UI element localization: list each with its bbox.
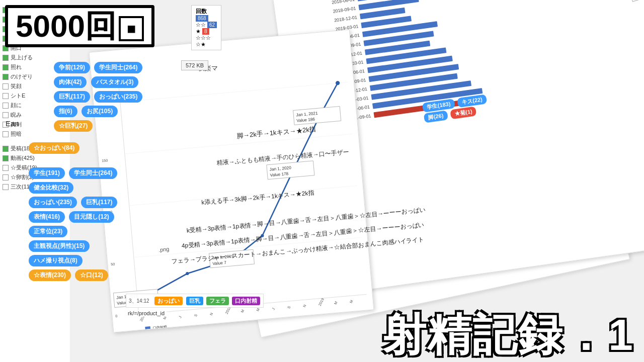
svg-text:0: 0: [115, 314, 118, 318]
btag-巨乳[interactable]: 巨乳: [186, 297, 203, 305]
btag-おっぱい[interactable]: おっぱい: [154, 297, 183, 305]
btag-フェラ[interactable]: フェラ: [206, 297, 229, 305]
checkbox-のけぞり[interactable]: [3, 74, 9, 80]
tag-バスタオル[interactable]: バスタオル(3): [91, 76, 139, 88]
checkbox-顔に[interactable]: [3, 103, 9, 109]
tag-争前[interactable]: 争前(129): [54, 62, 90, 73]
svg-text:S: S: [286, 305, 291, 309]
png-label: .png: [158, 246, 170, 253]
checkbox-笑顔[interactable]: [3, 83, 9, 89]
tag-巨乳1[interactable]: 巨乳(117): [54, 91, 90, 103]
tag-主観視点[interactable]: 主観視点(男性)(15): [29, 240, 90, 252]
url-bar[interactable]: rk/=/product_id: [126, 310, 167, 317]
svg-text:M: M: [349, 299, 354, 304]
tag-目元隠し[interactable]: 目元隠し(12): [69, 211, 114, 223]
tag-指[interactable]: 指(6): [54, 106, 77, 117]
checkbox-照れ[interactable]: [3, 64, 9, 70]
count-row: 回数: [196, 8, 217, 15]
tag-正常位[interactable]: 正常位(23): [29, 226, 67, 237]
checkbox-見上げる[interactable]: [3, 55, 9, 61]
tags-area-mid: ☆おっぱい(84): [28, 141, 179, 155]
tag-肉体[interactable]: 肉体(42): [54, 76, 87, 88]
svg-rect-43: [145, 326, 150, 330]
ean-text: Ean: [6, 119, 19, 128]
svg-text:S: S: [193, 313, 198, 317]
tag-ハメ撮り[interactable]: ハメ撮り視点(8): [29, 255, 83, 266]
svg-text:M: M: [240, 309, 246, 313]
svg-text:N: N: [209, 312, 214, 316]
checkbox-照暗[interactable]: [3, 131, 9, 137]
tag-学生同士1[interactable]: 学生同士(264): [94, 62, 142, 73]
tag-おっぱい2[interactable]: おっぱい(235): [29, 197, 77, 208]
title-box-icon: ■: [119, 16, 144, 41]
file-size-text: 572 KB: [186, 62, 204, 68]
title-5000: 5000回■: [5, 5, 154, 47]
checkbox-シトE[interactable]: [3, 93, 9, 99]
tags-area-mid2: 学生(191) 学生同士(264) 健全比較(32) おっぱい(235) 巨乳(…: [28, 166, 179, 283]
svg-text:J: J: [271, 307, 276, 311]
count-starstar: ☆★: [196, 41, 217, 48]
count-868: 868: [196, 15, 217, 22]
tag-表情-star[interactable]: ☆表情(230): [29, 269, 71, 281]
tags-area-top: 争前(129) 学生同士(264) 肉体(42) バスタオル(3) 巨乳(117…: [53, 60, 204, 133]
tag-表情[interactable]: 表情(416): [29, 211, 65, 223]
tag-健全比較[interactable]: 健全比較(32): [29, 182, 73, 194]
btag-口内射精[interactable]: 口内射精: [232, 297, 260, 305]
datetime-text: 3、14:12: [129, 298, 149, 304]
checkbox-動画[interactable]: [3, 155, 9, 161]
checkbox-受稿[interactable]: [3, 146, 9, 152]
tag-学生同士2[interactable]: 学生同士(264): [69, 167, 117, 179]
main-title: 射精記録．1: [382, 313, 634, 357]
tag-口-star[interactable]: ☆口(12): [75, 269, 108, 281]
file-size-box: 572 KB: [181, 60, 208, 70]
tag-学生1[interactable]: 学生(191): [29, 167, 65, 179]
svg-text:150: 150: [102, 158, 108, 163]
svg-text:M: M: [333, 301, 339, 305]
count-62: ☆☆ 62: [196, 22, 217, 28]
tag-お尻[interactable]: お尻(105): [82, 106, 118, 117]
checkbox-睨み[interactable]: [3, 112, 9, 118]
svg-text:J: J: [178, 315, 183, 319]
svg-text:M: M: [256, 307, 261, 312]
checkbox-受稿2[interactable]: [3, 165, 9, 171]
checkbox-三次[interactable]: [3, 184, 9, 190]
bottom-tag-strip: 3、14:12 おっぱい 巨乳 フェラ 口内射精: [126, 294, 264, 308]
tag-巨乳-star[interactable]: ☆巨乳(27): [54, 120, 93, 132]
count-stars3: ☆☆☆: [196, 35, 217, 41]
title-text: 5000回: [16, 9, 116, 43]
checkbox-卵割2[interactable]: [3, 174, 9, 180]
tag-おっぱい1[interactable]: おっぱい(235): [94, 91, 142, 103]
value-annotation-2021: 2021-10-0 Value: 154: [627, 0, 644, 2]
svg-text:N: N: [302, 304, 307, 308]
tag-おっぱい-star[interactable]: ☆おっぱい(84): [29, 142, 79, 154]
tag-巨乳2[interactable]: 巨乳(117): [81, 197, 117, 208]
file-count-box: 回数 868 ☆☆ 62 ★ 8 ☆☆☆ ☆★: [191, 5, 221, 50]
count-star: ★ 8: [196, 28, 217, 35]
